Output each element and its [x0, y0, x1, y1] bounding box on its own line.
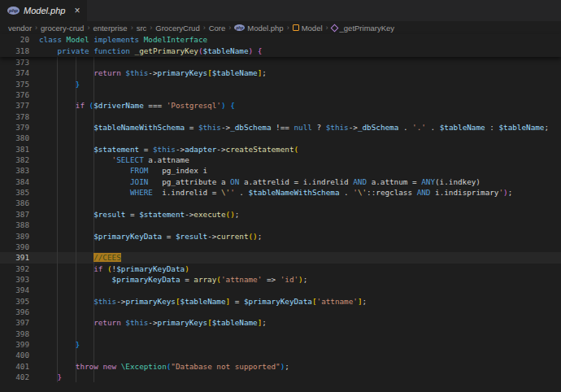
- line-number[interactable]: 397: [0, 317, 39, 328]
- line-number[interactable]: 385: [0, 187, 39, 198]
- line-number[interactable]: 379: [0, 122, 39, 133]
- code-line[interactable]: 374 return $this->primaryKeys[$tableName…: [0, 68, 561, 78]
- token: }: [76, 340, 80, 349]
- token: array: [194, 275, 216, 284]
- token: [39, 232, 94, 241]
- token: =: [230, 297, 244, 306]
- line-number[interactable]: 394: [0, 285, 39, 295]
- line-number[interactable]: 393: [0, 274, 39, 285]
- token: }: [57, 372, 62, 381]
- code-line[interactable]: 388: [0, 220, 561, 230]
- code-line[interactable]: 402 }: [0, 372, 561, 382]
- token: 'id': [280, 275, 298, 284]
- line-number[interactable]: 374: [0, 68, 39, 78]
- line-number[interactable]: 390: [0, 242, 39, 252]
- code-line[interactable]: 394: [0, 285, 561, 295]
- code-line[interactable]: 398: [0, 329, 561, 339]
- breadcrumb-item-src[interactable]: src: [137, 24, 147, 33]
- line-number[interactable]: 395: [0, 296, 39, 307]
- line-number[interactable]: 392: [0, 264, 39, 274]
- sticky-line[interactable]: 20class Model implements ModelInterface: [0, 34, 561, 46]
- breadcrumb-item-grocerycrud[interactable]: GroceryCrud: [155, 24, 199, 33]
- code-line[interactable]: 379 $tableNameWithSchema = $this->_dbSch…: [0, 122, 561, 133]
- code-text: }: [39, 372, 62, 382]
- code-line[interactable]: 393 $primaryKeyData = array('attname' =>…: [0, 274, 561, 285]
- code-line[interactable]: 390: [0, 242, 561, 252]
- breadcrumb-item-enterprise[interactable]: enterprise: [93, 24, 127, 33]
- code-line[interactable]: 395 $this->primaryKeys[$tableName] = $pr…: [0, 296, 561, 307]
- code-line[interactable]: 396: [0, 307, 561, 317]
- breadcrumb-item-grocery-crud[interactable]: grocery-crud: [41, 24, 84, 33]
- code-line[interactable]: 400: [0, 350, 561, 360]
- code-text: $tableNameWithSchema = $this->_dbSchema …: [39, 122, 549, 133]
- code-line[interactable]: 387 $result = $statement->execute();: [0, 209, 561, 220]
- token: FROM: [130, 166, 148, 175]
- line-number[interactable]: 380: [0, 133, 39, 143]
- close-icon[interactable]: ×: [74, 6, 80, 15]
- line-number[interactable]: 389: [0, 231, 39, 242]
- line-number[interactable]: 398: [0, 329, 39, 339]
- line-number[interactable]: 402: [0, 372, 39, 382]
- tab-model-php[interactable]: php Model.php ×: [0, 0, 88, 21]
- token: (: [294, 145, 299, 154]
- code-area[interactable]: 373374 return $this->primaryKeys[$tableN…: [0, 57, 561, 382]
- code-line[interactable]: 383 FROM pg_index i: [0, 165, 561, 176]
- code-line[interactable]: 378: [0, 111, 561, 122]
- line-number[interactable]: 382: [0, 155, 39, 165]
- breadcrumb-item-model[interactable]: Model: [293, 24, 323, 33]
- line-number[interactable]: 384: [0, 176, 39, 187]
- sticky-line[interactable]: 318 private function _getPrimaryKey($tab…: [0, 46, 561, 57]
- token: pg_index i: [148, 166, 207, 175]
- line-number[interactable]: 373: [0, 57, 39, 68]
- line-number[interactable]: 375: [0, 79, 39, 89]
- breadcrumb-item--getprimarykey[interactable]: _getPrimaryKey: [332, 24, 395, 33]
- line-number[interactable]: 400: [0, 350, 39, 360]
- code-line[interactable]: 386: [0, 198, 561, 208]
- line-number[interactable]: 383: [0, 165, 39, 176]
- code-line[interactable]: 384 JOIN pg_attribute a ON a.attrelid = …: [0, 176, 561, 187]
- line-number[interactable]: 399: [0, 339, 39, 350]
- code-line[interactable]: 385 WHERE i.indrelid = \'' . $tableNameW…: [0, 187, 561, 198]
- code-line[interactable]: 376: [0, 89, 561, 100]
- breadcrumb-item-vendor[interactable]: vendor: [8, 24, 32, 33]
- code-line[interactable]: 389 $primaryKeyData = $result->current()…: [0, 231, 561, 242]
- token: ?: [317, 123, 326, 132]
- code-line[interactable]: 401 throw new \Exception("Database not s…: [0, 361, 561, 372]
- code-line[interactable]: 399 }: [0, 339, 561, 350]
- line-number[interactable]: 377: [0, 100, 39, 111]
- line-number[interactable]: 388: [0, 220, 39, 230]
- code-line[interactable]: 377 if ($driverName === 'Postgresql') {: [0, 100, 561, 111]
- code-line[interactable]: 381 $statement = $this->adapter->createS…: [0, 144, 561, 155]
- line-number[interactable]: 376: [0, 89, 39, 100]
- token: ->: [221, 123, 230, 132]
- code-line[interactable]: 373: [0, 57, 561, 68]
- line-number[interactable]: 387: [0, 209, 39, 220]
- line-number[interactable]: 381: [0, 144, 39, 155]
- code-text: JOIN pg_attribute a ON a.attrelid = i.in…: [39, 176, 481, 187]
- line-number[interactable]: 396: [0, 307, 39, 317]
- line-number[interactable]: 318: [0, 46, 39, 57]
- token: new: [102, 362, 120, 371]
- token: $tableName: [180, 297, 226, 306]
- token: [39, 101, 76, 110]
- line-number[interactable]: 20: [0, 34, 39, 46]
- breadcrumb-item-core[interactable]: Core: [209, 24, 226, 33]
- code-line[interactable]: 392 if (!$primaryKeyData): [0, 264, 561, 274]
- token: primaryKeys: [158, 68, 208, 77]
- breadcrumb-item-model-php[interactable]: phpModel.php: [234, 24, 283, 33]
- code-line[interactable]: 382 'SELECT a.attname: [0, 155, 561, 165]
- sticky-scroll: 20class Model implements ModelInterface3…: [0, 34, 561, 57]
- code-line[interactable]: 380: [0, 133, 561, 143]
- code-line[interactable]: 397 return $this->primaryKeys[$tableName…: [0, 317, 561, 328]
- line-number[interactable]: 378: [0, 111, 39, 122]
- line-number[interactable]: 386: [0, 198, 39, 208]
- token: (i.indkey): [435, 177, 481, 186]
- code-line[interactable]: 391 //CEES: [0, 252, 561, 263]
- token: \': [358, 188, 367, 197]
- line-number[interactable]: 391: [0, 252, 39, 263]
- token: $this: [198, 123, 221, 132]
- line-number[interactable]: 401: [0, 361, 39, 372]
- breadcrumb-label: GroceryCrud: [155, 24, 199, 33]
- code-line[interactable]: 375 }: [0, 79, 561, 89]
- token: $this: [125, 318, 148, 327]
